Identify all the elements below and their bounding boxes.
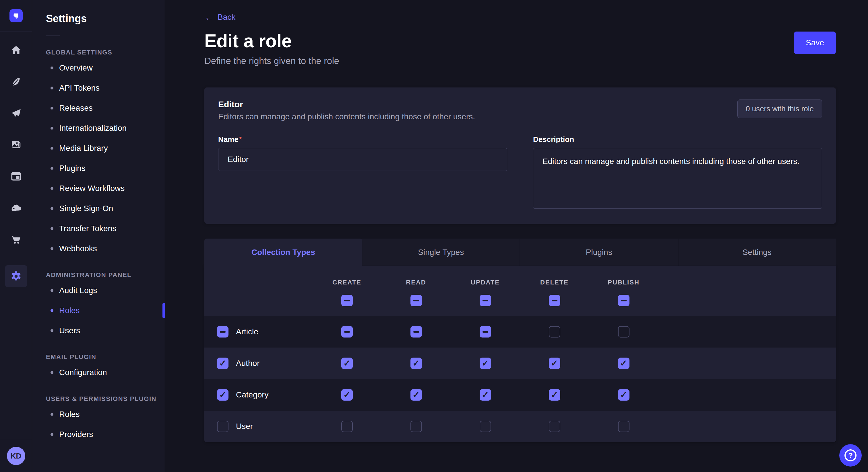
user-update-checkbox[interactable] — [479, 421, 491, 432]
checkbox-cell — [451, 295, 520, 306]
media-library-images-icon[interactable] — [5, 134, 27, 156]
page-subtitle: Define the rights given to the role — [205, 56, 339, 66]
bullet-icon — [51, 289, 53, 292]
save-button[interactable]: Save — [794, 32, 836, 54]
sidebar-item-single-sign-on[interactable]: Single Sign-On — [32, 198, 165, 218]
users-count-badge[interactable]: 0 users with this role — [737, 100, 822, 118]
category-read-checkbox[interactable] — [410, 389, 422, 401]
user-row-checkbox[interactable] — [217, 421, 228, 432]
author-delete-checkbox[interactable] — [549, 358, 560, 369]
category-delete-checkbox[interactable] — [549, 389, 560, 401]
author-read-checkbox[interactable] — [410, 358, 422, 369]
category-row-checkbox[interactable] — [217, 389, 228, 401]
row-name-cell: Article — [205, 326, 312, 338]
active-item-indicator — [162, 303, 165, 318]
home-icon[interactable] — [5, 39, 27, 61]
sidebar-item-label: Review Workflows — [59, 184, 125, 193]
category-publish-checkbox[interactable] — [618, 389, 629, 401]
sidebar-item-internationalization[interactable]: Internationalization — [32, 118, 165, 138]
permissions-tablist: Collection TypesSingle TypesPluginsSetti… — [205, 239, 836, 266]
marketplace-cart-icon[interactable] — [5, 229, 27, 250]
sidebar-item-providers[interactable]: Providers — [32, 425, 165, 444]
sidebar-item-audit-logs[interactable]: Audit Logs — [32, 280, 165, 301]
checkbox-cell — [589, 326, 658, 338]
article-create-checkbox[interactable] — [341, 326, 353, 338]
bullet-icon — [51, 167, 53, 170]
author-create-checkbox[interactable] — [341, 358, 353, 369]
sidebar-item-releases[interactable]: Releases — [32, 98, 165, 118]
user-delete-checkbox[interactable] — [549, 421, 560, 432]
sidebar-item-label: Plugins — [59, 164, 86, 173]
checkbox-cell — [451, 421, 520, 432]
user-read-checkbox[interactable] — [410, 421, 422, 432]
permissions-header-checkboxes — [205, 295, 836, 306]
select-all-delete-checkbox[interactable] — [549, 295, 560, 306]
row-name-cell: Category — [205, 389, 312, 401]
category-create-checkbox[interactable] — [341, 389, 353, 401]
sidebar-item-label: Releases — [59, 103, 93, 113]
sidebar-item-label: Configuration — [59, 368, 107, 377]
tab-single-types[interactable]: Single Types — [362, 239, 520, 266]
back-arrow-icon: ← — [205, 12, 214, 22]
settings-gear-icon[interactable] — [5, 265, 27, 287]
sidebar-item-review-workflows[interactable]: Review Workflows — [32, 178, 165, 198]
strapi-logo[interactable] — [9, 9, 23, 22]
article-update-checkbox[interactable] — [479, 326, 491, 338]
sidebar-item-api-tokens[interactable]: API Tokens — [32, 78, 165, 98]
sidebar-item-label: Transfer Tokens — [59, 224, 116, 233]
row-label: Author — [236, 359, 260, 368]
role-name-input[interactable] — [218, 148, 507, 171]
bullet-icon — [51, 67, 53, 69]
bullet-icon — [51, 433, 53, 436]
author-publish-checkbox[interactable] — [618, 358, 629, 369]
checkbox-cell — [451, 389, 520, 401]
user-create-checkbox[interactable] — [341, 421, 353, 432]
bullet-icon — [51, 371, 53, 374]
tab-plugins[interactable]: Plugins — [520, 239, 678, 266]
content-manager-panel-icon[interactable] — [5, 165, 27, 187]
tab-collection-types[interactable]: Collection Types — [205, 239, 362, 266]
cloud-icon[interactable] — [5, 197, 27, 219]
article-row-checkbox[interactable] — [217, 326, 228, 338]
permission-row-author: Author — [205, 347, 836, 379]
back-link[interactable]: ← Back — [205, 12, 236, 22]
sidebar-item-overview[interactable]: Overview — [32, 58, 165, 78]
select-all-publish-checkbox[interactable] — [618, 295, 629, 306]
bullet-icon — [51, 147, 53, 150]
column-label-update: UPDATE — [451, 279, 520, 286]
sidebar-item-webhooks[interactable]: Webhooks — [32, 239, 165, 259]
select-all-create-checkbox[interactable] — [341, 295, 353, 306]
checkbox-cell — [520, 358, 589, 369]
select-all-update-checkbox[interactable] — [479, 295, 491, 306]
permissions-rows: ArticleAuthorCategoryUser — [205, 316, 836, 442]
description-label: Description — [533, 135, 574, 144]
article-publish-checkbox[interactable] — [618, 326, 629, 338]
subnav-title-rule — [46, 36, 60, 36]
nav-section-heading: ADMINISTRATION PANEL — [46, 271, 165, 279]
sidebar-item-users[interactable]: Users — [32, 321, 165, 341]
help-button[interactable]: ? — [839, 444, 862, 467]
sidebar-item-plugins[interactable]: Plugins — [32, 158, 165, 178]
deploy-paper-plane-icon[interactable] — [5, 102, 27, 124]
tab-settings[interactable]: Settings — [678, 239, 836, 266]
content-builder-feather-icon[interactable] — [5, 71, 27, 93]
sidebar-item-roles[interactable]: Roles — [32, 301, 165, 321]
sidebar-item-transfer-tokens[interactable]: Transfer Tokens — [32, 218, 165, 239]
name-label-text: Name — [218, 135, 239, 144]
avatar[interactable]: KD — [7, 447, 25, 465]
sidebar-item-roles[interactable]: Roles — [32, 404, 165, 425]
author-update-checkbox[interactable] — [479, 358, 491, 369]
select-all-read-checkbox[interactable] — [410, 295, 422, 306]
sidebar-item-configuration[interactable]: Configuration — [32, 363, 165, 382]
permission-row-user: User — [205, 411, 836, 442]
article-delete-checkbox[interactable] — [549, 326, 560, 338]
question-mark-icon: ? — [844, 449, 857, 461]
category-update-checkbox[interactable] — [479, 389, 491, 401]
role-description-textarea[interactable]: Editors can manage and publish contents … — [533, 148, 822, 209]
sidebar-item-label: Providers — [59, 430, 93, 439]
article-read-checkbox[interactable] — [410, 326, 422, 338]
author-row-checkbox[interactable] — [217, 358, 228, 369]
sidebar-item-media-library[interactable]: Media Library — [32, 138, 165, 158]
user-publish-checkbox[interactable] — [618, 421, 629, 432]
checkbox-cell — [589, 389, 658, 401]
